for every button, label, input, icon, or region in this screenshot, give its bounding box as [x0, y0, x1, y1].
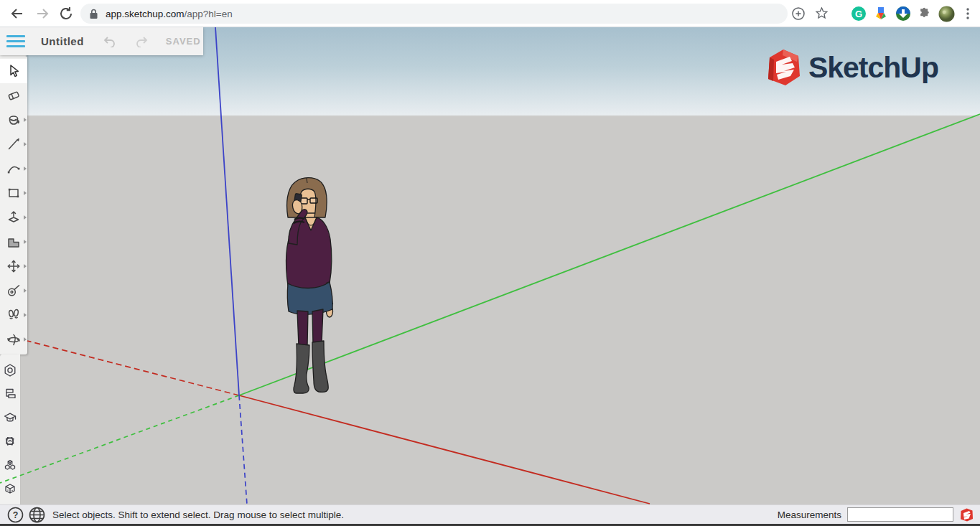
browser-menu-icon[interactable]	[961, 6, 974, 22]
sketchup-watermark: SketchUp	[764, 47, 938, 88]
idm-icon[interactable]	[895, 6, 911, 22]
status-hint-text: Select objects. Shift to extend select. …	[52, 509, 344, 520]
document-title[interactable]: Untitled	[41, 35, 84, 47]
profile-avatar[interactable]	[938, 6, 955, 22]
undo-icon[interactable]	[103, 36, 116, 47]
lock-icon	[89, 9, 98, 19]
send-tab-icon[interactable]	[791, 6, 806, 21]
main-menu-icon[interactable]	[6, 35, 25, 47]
extensions-puzzle-icon[interactable]	[918, 6, 932, 21]
tool-tape-measure[interactable]	[0, 278, 27, 303]
axis-red-dashed	[27, 341, 239, 395]
svg-text:?: ?	[13, 510, 19, 520]
browser-back-icon[interactable]	[9, 5, 26, 22]
grammarly-icon[interactable]: G	[851, 6, 867, 22]
tool-palette	[0, 56, 27, 354]
modeling-viewport[interactable]: Untitled SAVED SketchUp	[0, 27, 980, 504]
tool-rectangle[interactable]	[0, 181, 27, 205]
browser-refresh-icon[interactable]	[57, 5, 75, 22]
tool-walk[interactable]	[0, 303, 27, 327]
help-icon[interactable]: ?	[7, 507, 24, 523]
document-toolbar: Untitled SAVED	[0, 27, 203, 55]
axis-red-solid	[239, 395, 650, 504]
sketchup-wordmark: SketchUp	[808, 51, 938, 85]
axis-green-dashed	[0, 395, 239, 483]
tool-line[interactable]	[0, 132, 27, 156]
svg-text:G: G	[855, 9, 862, 19]
tool-push-pull[interactable]	[0, 205, 27, 230]
tool-offset[interactable]	[0, 230, 27, 254]
scale-figure-person[interactable]	[268, 174, 348, 398]
tool-eraser[interactable]	[0, 83, 27, 108]
browser-toolbar: app.sketchup.com/app?hl=en G	[0, 0, 980, 27]
axis-blue-solid	[215, 27, 239, 395]
save-status-badge: SAVED	[166, 36, 201, 47]
sketchup-logo-icon	[764, 47, 803, 88]
sketchup-mini-logo-icon	[959, 507, 974, 522]
url-text: app.sketchup.com/app?hl=en	[106, 9, 233, 19]
language-globe-icon[interactable]	[29, 507, 45, 523]
tool-paint-bucket[interactable]	[0, 108, 27, 132]
measurements-input[interactable]	[847, 507, 953, 522]
redo-icon[interactable]	[135, 36, 149, 47]
tool-move[interactable]	[0, 254, 27, 278]
tool-arc[interactable]	[0, 156, 27, 181]
tool-orbit[interactable]	[0, 327, 27, 352]
drawing-axes	[0, 27, 980, 504]
browser-forward-icon[interactable]	[34, 5, 51, 22]
measurements-label: Measurements	[778, 509, 841, 520]
address-bar[interactable]: app.sketchup.com/app?hl=en	[80, 4, 788, 24]
axis-blue-dashed	[239, 395, 247, 504]
status-bar: ? Select objects. Shift to extend select…	[0, 504, 980, 526]
axis-green-solid	[239, 114, 980, 395]
tool-select[interactable]	[0, 59, 27, 83]
downloader-icon[interactable]	[873, 6, 889, 22]
bookmark-star-icon[interactable]	[814, 6, 829, 21]
